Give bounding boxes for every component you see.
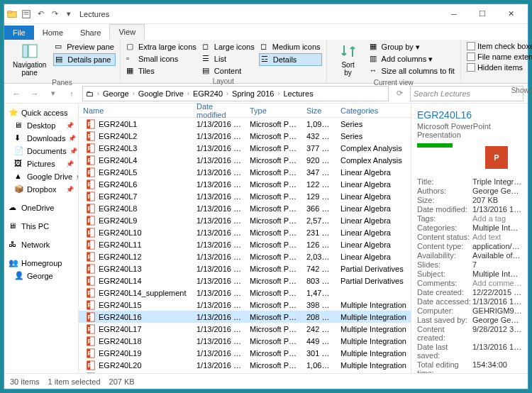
nav-item[interactable]: 🖼Pictures📌 — [6, 157, 77, 170]
tab-file[interactable]: File — [4, 26, 34, 40]
file-rows[interactable]: PEGR240L11/13/2016 10:35 AMMicrosoft Pow… — [79, 118, 411, 373]
prop-value[interactable]: 1/13/2016 11:02 AM — [472, 205, 522, 214]
nav-item[interactable]: 🖥Desktop📌 — [6, 119, 77, 132]
detail-property[interactable]: Comments:Add comments — [417, 279, 522, 287]
titlebar[interactable]: ↶ ↷ ▾ Lectures ─ ☐ ✕ — [4, 4, 528, 24]
detail-property[interactable]: Last saved by:George Gehring — [417, 316, 522, 324]
col-date[interactable]: Date modified — [192, 104, 245, 119]
navigation-pane-button[interactable]: Navigation pane — [9, 41, 50, 78]
file-row[interactable]: PEGR240L11/13/2016 10:35 AMMicrosoft Pow… — [79, 118, 411, 130]
file-row[interactable]: PEGR240L101/13/2016 10:55 AMMicrosoft Po… — [79, 226, 411, 238]
refresh-button[interactable]: ⟳ — [392, 86, 407, 101]
nav-quick-access[interactable]: ⭐Quick access — [6, 106, 77, 119]
prop-value[interactable]: GEHRIGM9-HP (this ... — [472, 306, 522, 315]
detail-property[interactable]: Computer:GEHRIGM9-HP (this ... — [417, 306, 522, 315]
size-columns-button[interactable]: ↔Size all columns to fit — [368, 65, 456, 77]
nav-homegroup[interactable]: 👥Homegroup — [6, 257, 77, 270]
file-row[interactable]: PEGR240L201/13/2016 11:05 AMMicrosoft Po… — [79, 359, 411, 371]
prop-value[interactable]: 7 — [472, 260, 477, 269]
detail-property[interactable]: Size:207 KB — [417, 196, 522, 204]
recent-dropdown[interactable]: ▾ — [45, 86, 61, 101]
layout-content[interactable]: ▤Content — [201, 65, 256, 77]
prop-value[interactable]: Multiple Integration — [472, 223, 522, 232]
layout-lg[interactable]: ◻Large icons — [201, 41, 256, 52]
minimize-button[interactable]: ─ — [440, 4, 468, 24]
layout-tiles[interactable]: ▦Tiles — [125, 65, 198, 77]
details-pane-button[interactable]: ▤Details pane — [53, 53, 116, 66]
file-row[interactable]: PEGR240L111/13/2016 10:55 AMMicrosoft Po… — [79, 238, 411, 250]
nav-item[interactable]: 📄Documents📌 — [6, 145, 77, 157]
tab-share[interactable]: Share — [72, 26, 109, 40]
layout-list[interactable]: ☰List — [201, 53, 256, 65]
prop-value[interactable]: Multiple Integration — [472, 270, 522, 278]
preview-pane-button[interactable]: ▭Preview pane — [53, 41, 116, 52]
file-row[interactable]: PEGR240L191/13/2016 11:04 AMMicrosoft Po… — [79, 347, 411, 359]
layout-md[interactable]: ◻Medium icons — [259, 41, 322, 52]
file-row[interactable]: PEGR240L14_supplement1/13/2016 11:00 AMM… — [79, 287, 411, 299]
prop-value[interactable]: Add comments — [472, 279, 522, 287]
file-row[interactable]: PEGR240L141/13/2016 10:59 AMMicrosoft Po… — [79, 275, 411, 287]
file-row[interactable]: PEGR240L81/13/2016 10:52 AMMicrosoft Pow… — [79, 202, 411, 214]
item-checkboxes-toggle[interactable]: Item check boxes — [465, 41, 532, 51]
file-row[interactable]: PEGR240L91/13/2016 10:54 AMMicrosoft Pow… — [79, 214, 411, 226]
prop-value[interactable]: 207 KB — [472, 196, 498, 204]
add-columns-button[interactable]: ▥Add columns ▾ — [368, 53, 456, 65]
group-by-button[interactable]: ▦Group by ▾ — [368, 41, 456, 52]
detail-property[interactable]: Title:Triple Integrals — [417, 177, 522, 186]
prop-value[interactable]: 1/13/2016 11:02 AM — [472, 343, 522, 360]
file-row[interactable]: PEGR240L71/13/2016 10:51 AMMicrosoft Pow… — [79, 190, 411, 202]
qat-dropdown-icon[interactable]: ▾ — [64, 9, 74, 19]
close-button[interactable]: ✕ — [497, 4, 525, 24]
file-row[interactable]: PEGR240L181/13/2016 11:03 AMMicrosoft Po… — [79, 335, 411, 347]
crumb[interactable]: Google Drive — [136, 89, 186, 98]
file-row[interactable]: PEGR240L21/13/2016 10:40 AMMicrosoft Pow… — [79, 130, 411, 142]
nav-item[interactable]: ▲Google Drive📌 — [6, 170, 77, 183]
detail-property[interactable]: Content type:application/vnd.ope... — [417, 242, 522, 250]
redo-icon[interactable]: ↷ — [50, 9, 60, 19]
detail-property[interactable]: Authors:George Gehring — [417, 187, 522, 195]
prop-value[interactable]: 154:34:00 — [472, 360, 507, 373]
detail-property[interactable]: Content created:9/28/2012 3:14 PM — [417, 325, 522, 342]
prop-value[interactable]: George Gehring — [472, 316, 522, 324]
detail-property[interactable]: Content status:Add text — [417, 233, 522, 241]
file-row[interactable]: PEGR240L51/13/2016 10:49 AMMicrosoft Pow… — [79, 166, 411, 178]
file-row[interactable]: PEGR240L171/13/2016 11:02 AMMicrosoft Po… — [79, 323, 411, 335]
col-type[interactable]: Type — [245, 106, 302, 115]
file-row[interactable]: PEGR240L131/13/2016 10:58 AMMicrosoft Po… — [79, 262, 411, 275]
crumb[interactable]: Spring 2016 — [230, 89, 276, 98]
detail-property[interactable]: Subject:Multiple Integration — [417, 270, 522, 278]
properties-icon[interactable] — [21, 9, 31, 19]
file-row[interactable]: PEGR240L61/13/2016 10:50 AMMicrosoft Pow… — [79, 178, 411, 190]
crumb[interactable]: EGR240 — [191, 89, 225, 98]
file-ext-toggle[interactable]: File name extensions — [465, 52, 532, 62]
sort-by-button[interactable]: Sort by — [331, 41, 365, 78]
detail-property[interactable]: Tags:Add a tag — [417, 214, 522, 223]
prop-value[interactable]: Available offline — [472, 251, 522, 260]
nav-item[interactable]: 📦Dropbox📌 — [6, 183, 77, 196]
prop-value[interactable]: Triple Integrals — [472, 177, 522, 186]
prop-value[interactable]: 1/13/2016 11:02 AM — [472, 297, 522, 306]
layout-sm[interactable]: ▫Small icons — [125, 53, 198, 65]
detail-property[interactable]: Date accessed:1/13/2016 11:02 AM — [417, 297, 522, 306]
maximize-button[interactable]: ☐ — [468, 4, 497, 24]
detail-property[interactable]: Date modified:1/13/2016 11:02 AM — [417, 205, 522, 214]
file-row[interactable]: PEGR240L31/13/2016 10:44 AMMicrosoft Pow… — [79, 142, 411, 154]
file-row[interactable]: PEGR240L41/13/2016 10:47 AMMicrosoft Pow… — [79, 154, 411, 166]
hidden-items-toggle[interactable]: Hidden items — [465, 62, 532, 72]
prop-value[interactable]: application/vnd.ope... — [472, 242, 522, 250]
forward-button[interactable]: → — [27, 86, 43, 101]
file-row[interactable]: PEGR240L151/13/2016 11:01 AMMicrosoft Po… — [79, 299, 411, 311]
back-button[interactable]: ← — [9, 86, 24, 101]
nav-onedrive[interactable]: ☁OneDrive — [6, 201, 77, 214]
tab-home[interactable]: Home — [34, 26, 72, 40]
detail-property[interactable]: Date created:12/22/2015 11:12 AM — [417, 288, 522, 297]
breadcrumb[interactable]: 🗀 › George› Google Drive› EGR240› Spring… — [82, 86, 389, 101]
layout-xl[interactable]: ▢Extra large icons — [125, 41, 198, 52]
detail-property[interactable]: Availability:Available offline — [417, 251, 522, 260]
nav-network[interactable]: 🖧Network — [6, 238, 77, 251]
prop-value[interactable]: 12/22/2015 11:12 AM — [472, 288, 522, 297]
prop-value[interactable]: George Gehring — [472, 187, 522, 195]
nav-user[interactable]: 👤George — [6, 270, 77, 282]
col-name[interactable]: Name — [79, 106, 192, 115]
file-row[interactable]: PEGR240L121/13/2016 10:56 AMMicrosoft Po… — [79, 250, 411, 262]
